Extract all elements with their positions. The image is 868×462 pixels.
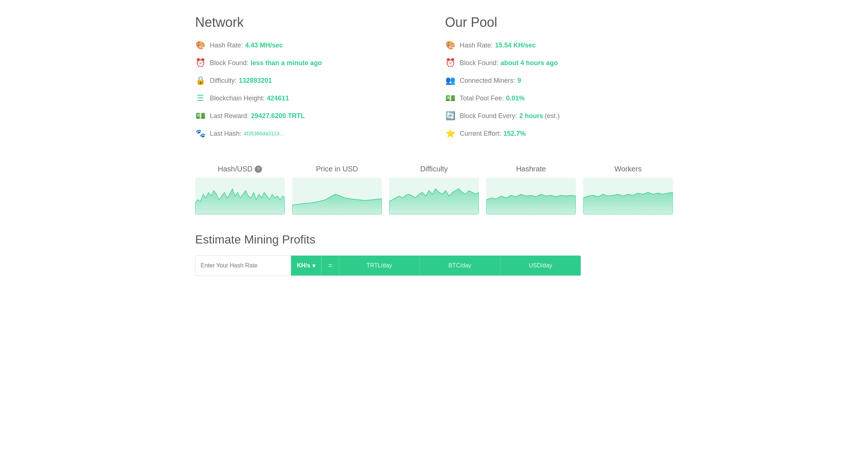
stat-last-hash: 🐾Last Hash:4f35366da3113... bbox=[195, 129, 423, 138]
network-stats: 🎨Hash Rate:4.43 MH/sec⏰Block Found:less … bbox=[195, 40, 423, 138]
stat-block-found-every: 🔄Block Found Every:2 hours (est.) bbox=[445, 111, 673, 121]
pool-hash-rate-label: Hash Rate: bbox=[460, 42, 493, 49]
chart-workers-area bbox=[583, 178, 673, 214]
blockchain-height-icon: ☰ bbox=[195, 93, 205, 103]
pool-hash-rate-icon: 🎨 bbox=[445, 40, 455, 50]
chart-workers: Workers bbox=[583, 165, 673, 214]
total-pool-fee-value: 0.01% bbox=[506, 95, 525, 102]
chart-hashrate: Hashrate bbox=[486, 165, 576, 214]
estimate-equals: = bbox=[322, 256, 339, 276]
network-title: Network bbox=[195, 15, 423, 30]
blockchain-height-label: Blockchain Height: bbox=[210, 95, 265, 102]
chart-price-usd-title: Price in USD bbox=[292, 165, 382, 173]
stat-pool-block-found: ⏰Block Found:about 4 hours ago bbox=[445, 58, 673, 68]
hash-rate-value: 4.43 MH/sec bbox=[245, 42, 283, 49]
connected-miners-value: 9 bbox=[517, 77, 521, 85]
pool-block-found-label: Block Found: bbox=[460, 59, 498, 67]
current-effort-label: Current Effort: bbox=[460, 130, 501, 138]
page-container: Network 🎨Hash Rate:4.43 MH/sec⏰Block Fou… bbox=[177, 0, 691, 291]
connected-miners-icon: 👥 bbox=[445, 76, 455, 85]
chart-difficulty-area bbox=[389, 178, 479, 214]
chart-hashrate-title: Hashrate bbox=[486, 165, 576, 173]
pool-stats: 🎨Hash Rate:15.54 KH/sec⏰Block Found:abou… bbox=[445, 40, 673, 138]
stat-last-reward: 💵Last Reward:29427.6200 TRTL bbox=[195, 111, 423, 121]
pool-block-found-icon: ⏰ bbox=[445, 58, 455, 68]
last-hash-label: Last Hash: bbox=[210, 130, 241, 138]
hash-rate-input[interactable] bbox=[201, 262, 286, 269]
current-effort-icon: ⭐ bbox=[445, 129, 455, 138]
estimate-input-wrap bbox=[196, 256, 291, 276]
stat-pool-hash-rate: 🎨Hash Rate:15.54 KH/sec bbox=[445, 40, 673, 50]
difficulty-label: Difficulty: bbox=[210, 77, 237, 85]
last-reward-icon: 💵 bbox=[195, 111, 205, 121]
unit-dropdown[interactable]: KH/s ▾ bbox=[291, 256, 322, 276]
chart-price-usd-area bbox=[292, 178, 382, 214]
result-trtl-day: TRTL/day bbox=[339, 256, 420, 276]
last-reward-value: 29427.6200 TRTL bbox=[251, 112, 305, 120]
hash-rate-icon: 🎨 bbox=[195, 40, 205, 50]
block-found-every-icon: 🔄 bbox=[445, 111, 455, 121]
unit-label: KH/s bbox=[297, 262, 310, 269]
top-sections: Network 🎨Hash Rate:4.43 MH/sec⏰Block Fou… bbox=[195, 15, 673, 146]
pool-title: Our Pool bbox=[445, 15, 673, 30]
chart-hash-usd-area bbox=[195, 178, 285, 214]
stat-block-found: ⏰Block Found:less than a minute ago bbox=[195, 58, 423, 68]
network-section: Network 🎨Hash Rate:4.43 MH/sec⏰Block Fou… bbox=[195, 15, 423, 146]
chart-price-usd: Price in USD bbox=[292, 165, 382, 214]
stat-hash-rate: 🎨Hash Rate:4.43 MH/sec bbox=[195, 40, 423, 50]
hash-usd-help-icon[interactable]: ? bbox=[255, 166, 262, 173]
block-found-every-label: Block Found Every: bbox=[460, 112, 517, 120]
blockchain-height-value: 424611 bbox=[267, 95, 289, 102]
stat-connected-miners: 👥Connected Miners:9 bbox=[445, 76, 673, 85]
estimate-section: Estimate Mining Profits KH/s ▾ = TRTL/da… bbox=[195, 233, 673, 276]
stat-total-pool-fee: 💵Total Pool Fee:0.01% bbox=[445, 93, 673, 103]
result-btc-day: BTC/day bbox=[420, 256, 500, 276]
estimate-bar: KH/s ▾ = TRTL/day BTC/day USD/day bbox=[195, 255, 581, 276]
chart-difficulty: Difficulty bbox=[389, 165, 479, 214]
dropdown-chevron-icon: ▾ bbox=[312, 262, 315, 269]
stat-blockchain-height: ☰Blockchain Height:424611 bbox=[195, 93, 423, 103]
chart-hash-usd-title: Hash/USD ? bbox=[195, 165, 285, 173]
last-hash-value: 4f35366da3113... bbox=[244, 131, 284, 136]
chart-difficulty-title: Difficulty bbox=[389, 165, 479, 173]
charts-section: Hash/USD ? Price in USD bbox=[195, 165, 673, 214]
total-pool-fee-icon: 💵 bbox=[445, 93, 455, 103]
last-hash-icon: 🐾 bbox=[195, 129, 205, 138]
pool-section: Our Pool 🎨Hash Rate:15.54 KH/sec⏰Block F… bbox=[445, 15, 673, 146]
total-pool-fee-label: Total Pool Fee: bbox=[460, 95, 504, 102]
stat-difficulty: 🔒Difficulty:132893201 bbox=[195, 76, 423, 85]
result-usd-day: USD/day bbox=[501, 256, 581, 276]
chart-hash-usd: Hash/USD ? bbox=[195, 165, 285, 214]
chart-hashrate-area bbox=[486, 178, 576, 214]
difficulty-value: 132893201 bbox=[239, 77, 272, 85]
hash-rate-label: Hash Rate: bbox=[210, 42, 243, 49]
chart-workers-title: Workers bbox=[583, 165, 673, 173]
pool-block-found-value: about 4 hours ago bbox=[501, 59, 558, 67]
block-found-icon: ⏰ bbox=[195, 58, 205, 68]
current-effort-value: 152.7% bbox=[503, 130, 526, 138]
block-found-every-suffix: (est.) bbox=[545, 112, 560, 120]
estimate-title: Estimate Mining Profits bbox=[195, 233, 673, 246]
difficulty-icon: 🔒 bbox=[195, 76, 205, 85]
block-found-label: Block Found: bbox=[210, 59, 248, 67]
connected-miners-label: Connected Miners: bbox=[460, 77, 515, 85]
pool-hash-rate-value: 15.54 KH/sec bbox=[495, 42, 536, 49]
block-found-value: less than a minute ago bbox=[251, 59, 322, 67]
stat-current-effort: ⭐Current Effort:152.7% bbox=[445, 129, 673, 138]
last-reward-label: Last Reward: bbox=[210, 112, 249, 120]
block-found-every-value: 2 hours bbox=[519, 112, 543, 120]
